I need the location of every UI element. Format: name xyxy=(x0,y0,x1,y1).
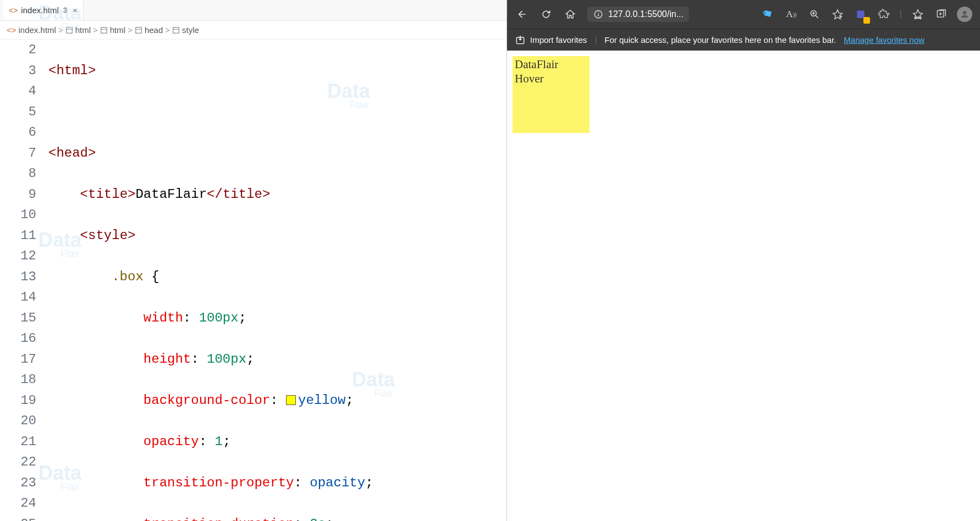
collections-icon[interactable] xyxy=(934,7,948,21)
code-content[interactable]: <html> <head> <title>DataFlair</title> <… xyxy=(48,40,506,521)
chevron-right-icon: > xyxy=(58,25,63,35)
yellow-box[interactable]: DataFlair Hover xyxy=(513,56,590,133)
site-info-icon[interactable] xyxy=(593,9,604,20)
breadcrumb-item-html[interactable]: html xyxy=(65,25,91,35)
svg-rect-0 xyxy=(66,27,72,33)
editor-pane: DataFlair DataFlair DataFlair DataFlair … xyxy=(0,0,507,521)
svg-point-19 xyxy=(963,11,966,14)
extensions-icon[interactable] xyxy=(877,7,891,21)
html-file-icon: <> xyxy=(7,25,16,35)
breadcrumb-item-style[interactable]: style xyxy=(172,25,199,35)
browser-toolbar: 127.0.0.1:5500/in... A)) | xyxy=(507,0,980,29)
toolbar-right: A)) | xyxy=(761,7,972,22)
address-bar[interactable]: 127.0.0.1:5500/in... xyxy=(587,7,689,22)
import-icon xyxy=(515,35,526,46)
element-icon xyxy=(100,26,108,34)
close-icon[interactable]: × xyxy=(73,5,78,15)
url-text: 127.0.0.1:5500/in... xyxy=(608,9,684,19)
office-icon[interactable] xyxy=(854,7,868,21)
breadcrumb-item-head[interactable]: head xyxy=(135,25,163,35)
tab-modified-indicator: 3 xyxy=(63,6,67,14)
zoom-icon[interactable] xyxy=(807,7,822,21)
svg-rect-6 xyxy=(598,14,599,16)
manage-favorites-link[interactable]: Manage favorites now xyxy=(844,35,924,45)
favorites-hub-icon[interactable] xyxy=(911,7,925,21)
refresh-icon[interactable] xyxy=(539,7,553,21)
svg-rect-3 xyxy=(173,27,179,33)
chevron-right-icon: > xyxy=(165,25,170,35)
color-swatch-icon[interactable] xyxy=(286,395,296,405)
home-icon[interactable] xyxy=(563,7,577,21)
browser-viewport[interactable]: DataFlair Hover xyxy=(507,51,980,521)
element-icon xyxy=(65,26,73,34)
html-file-icon: <> xyxy=(9,6,18,15)
box-text-line1: DataFlair xyxy=(515,57,587,71)
breadcrumb: <> index.html > html > html > head > xyxy=(0,21,506,40)
svg-point-5 xyxy=(598,12,599,13)
code-editor[interactable]: 2345678910111213141516171819202122232425… xyxy=(0,40,506,521)
favorites-hint: For quick access, place your favorites h… xyxy=(604,35,836,45)
tab-filename: index.html xyxy=(21,5,58,15)
browser-pane: DataFlair DataFlair DataFlair DataFlair … xyxy=(507,0,980,521)
svg-line-8 xyxy=(816,16,818,18)
svg-rect-1 xyxy=(101,27,107,33)
box-text-line2: Hover xyxy=(515,71,587,86)
element-icon xyxy=(135,26,142,34)
read-aloud-icon[interactable]: A)) xyxy=(784,7,799,21)
line-gutter: 2345678910111213141516171819202122232425 xyxy=(0,40,48,521)
element-icon xyxy=(172,26,180,34)
breadcrumb-item-html2[interactable]: html xyxy=(100,25,125,35)
chevron-right-icon: > xyxy=(93,25,98,35)
svg-rect-13 xyxy=(857,10,864,18)
favorite-star-icon[interactable] xyxy=(830,7,845,21)
editor-tab-index[interactable]: <> index.html 3 × xyxy=(3,0,84,20)
breadcrumb-item-file[interactable]: <> index.html xyxy=(7,25,56,35)
profile-avatar-icon[interactable] xyxy=(957,7,972,22)
shopping-tag-icon[interactable] xyxy=(758,4,778,24)
import-favorites-button[interactable]: Import favorites xyxy=(515,35,587,46)
chevron-right-icon: > xyxy=(128,25,133,35)
svg-rect-2 xyxy=(136,27,142,33)
back-icon[interactable] xyxy=(515,7,529,21)
favorites-bar: Import favorites | For quick access, pla… xyxy=(507,29,980,51)
tab-bar: <> index.html 3 × xyxy=(0,0,506,21)
